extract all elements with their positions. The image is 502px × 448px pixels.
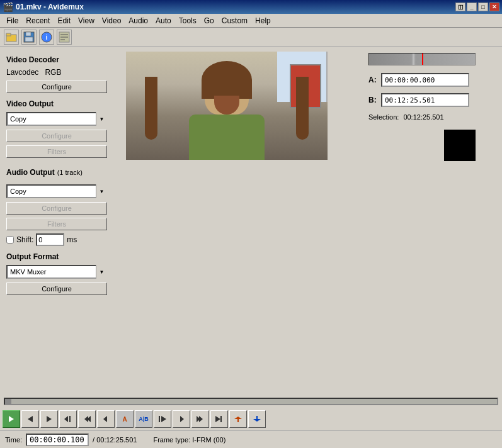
- right-panel: A: B: Selection: 00:12:25.501: [363, 47, 502, 385]
- svg-rect-1: [6, 33, 11, 36]
- svg-marker-20: [161, 416, 166, 422]
- video-output-select[interactable]: Copy Xvid x264: [6, 112, 107, 126]
- menu-tools[interactable]: Tools: [175, 15, 200, 26]
- step-forward-button[interactable]: [191, 410, 209, 428]
- output-format-select[interactable]: MKV Muxer MP4 Muxer AVI Muxer: [6, 265, 107, 279]
- svg-marker-18: [103, 416, 107, 422]
- svg-marker-21: [180, 416, 184, 422]
- configure-video-decoder-button[interactable]: Configure: [6, 81, 107, 93]
- person-hair-left: [145, 77, 157, 140]
- output-format-dropdown[interactable]: MKV Muxer MP4 Muxer AVI Muxer ▼: [6, 265, 107, 279]
- maximize-button[interactable]: □: [478, 3, 488, 11]
- svg-rect-4: [25, 37, 33, 42]
- selection-label: Selection: 00:12:25.501: [368, 113, 444, 121]
- shift-checkbox[interactable]: [6, 236, 14, 244]
- goto-a-button[interactable]: [229, 410, 247, 428]
- svg-rect-3: [26, 32, 31, 36]
- svg-rect-19: [159, 416, 160, 422]
- current-time-display[interactable]: [26, 434, 89, 446]
- svg-marker-24: [215, 416, 220, 422]
- menu-view[interactable]: View: [74, 15, 98, 26]
- close-button[interactable]: ✕: [489, 3, 499, 11]
- configure-output-button[interactable]: Configure: [6, 283, 107, 295]
- rgb-label: RGB: [45, 68, 61, 77]
- info-button[interactable]: i: [39, 30, 54, 45]
- configure-audio-button[interactable]: Configure: [6, 202, 107, 215]
- b-marker-time[interactable]: [381, 93, 469, 107]
- titlebar: 🎬 01.mkv - Avidemux ◫ _ □ ✕: [0, 0, 502, 14]
- menu-auto[interactable]: Auto: [152, 15, 175, 26]
- shift-ms: ms: [67, 235, 77, 244]
- play-button[interactable]: [3, 410, 20, 428]
- preview-panel: [126, 47, 363, 385]
- shift-label: Shift:: [16, 235, 33, 244]
- statusbar: Time: / 00:12:25.501 Frame type: I-FRM (…: [0, 430, 502, 448]
- person-hair-top: [202, 61, 252, 99]
- menu-video[interactable]: Video: [98, 15, 125, 26]
- configure-video-output-button[interactable]: Configure: [6, 130, 107, 142]
- rewind-button[interactable]: [21, 410, 39, 428]
- frame-type-display: Frame type: I-FRM (00): [153, 436, 225, 444]
- filters-video-button[interactable]: Filters: [6, 145, 107, 158]
- audio-output-title: Audio Output: [6, 168, 55, 177]
- person-body: [189, 115, 265, 160]
- a-marker-label: A:: [368, 76, 379, 84]
- svg-marker-26: [234, 417, 242, 419]
- total-time-display: / 00:12:25.501: [93, 436, 137, 444]
- scrubber-thumb[interactable]: [5, 399, 11, 404]
- step-back-button[interactable]: [78, 410, 96, 428]
- minimize-button[interactable]: _: [467, 3, 477, 11]
- set-ab-button[interactable]: A|B: [135, 410, 152, 428]
- svg-marker-13: [47, 416, 52, 422]
- a-marker-time[interactable]: [381, 73, 469, 87]
- restore-button[interactable]: ◫: [455, 3, 465, 11]
- menu-custom[interactable]: Custom: [218, 15, 251, 26]
- mini-preview-box: [444, 130, 476, 161]
- output-format-title: Output Format: [6, 252, 120, 261]
- b-marker-label: B:: [368, 96, 379, 104]
- open-button[interactable]: [4, 30, 19, 45]
- waveform-display: [368, 53, 476, 65]
- audio-output-dropdown[interactable]: Copy AAC MP3 ▼: [6, 184, 107, 198]
- lavcodec-label: Lavcodec: [6, 68, 38, 77]
- shift-input[interactable]: [36, 233, 64, 246]
- goto-start-button[interactable]: [154, 410, 171, 428]
- person-hair-right: [296, 77, 309, 140]
- app-icon: 🎬: [3, 2, 13, 12]
- goto-b-button[interactable]: [248, 410, 266, 428]
- audio-output-select[interactable]: Copy AAC MP3: [6, 184, 107, 198]
- svg-marker-11: [9, 416, 14, 422]
- time-label: Time:: [5, 436, 22, 444]
- menu-help[interactable]: Help: [251, 15, 275, 26]
- menubar: File Recent Edit View Video Audio Auto T…: [0, 14, 502, 28]
- next-frame-button[interactable]: [173, 410, 190, 428]
- svg-rect-25: [220, 416, 222, 422]
- audio-track-info: (1 track): [57, 169, 83, 176]
- svg-marker-12: [28, 416, 33, 422]
- prev-frame-button[interactable]: [97, 410, 115, 428]
- filters-audio-button[interactable]: Filters: [6, 218, 107, 230]
- menu-recent[interactable]: Recent: [22, 15, 54, 26]
- svg-rect-15: [69, 416, 71, 422]
- toolbar: i: [0, 28, 502, 47]
- video-preview: [126, 52, 328, 160]
- title-text: 01.mkv - Avidemux: [16, 3, 455, 11]
- skip-forward-button[interactable]: [210, 410, 228, 428]
- svg-marker-28: [253, 419, 261, 422]
- svg-text:i: i: [46, 34, 48, 41]
- content-area: Video Decoder Lavcodec RGB Configure Vid…: [0, 47, 502, 385]
- skip-back-button[interactable]: [59, 410, 77, 428]
- menu-audio[interactable]: Audio: [125, 15, 152, 26]
- menu-go[interactable]: Go: [200, 15, 218, 26]
- menu-edit[interactable]: Edit: [54, 15, 74, 26]
- video-output-dropdown[interactable]: Copy Xvid x264 ▼: [6, 112, 107, 126]
- set-a-button[interactable]: A: [116, 410, 134, 428]
- forward-button[interactable]: [40, 410, 58, 428]
- video-output-title: Video Output: [6, 99, 120, 108]
- scrubber-track[interactable]: [4, 398, 498, 405]
- menu-file[interactable]: File: [3, 15, 22, 26]
- properties-button[interactable]: [57, 30, 72, 45]
- timeline-marker: [422, 53, 423, 65]
- save-button[interactable]: [21, 30, 37, 45]
- video-decoder-title: Video Decoder: [6, 55, 120, 64]
